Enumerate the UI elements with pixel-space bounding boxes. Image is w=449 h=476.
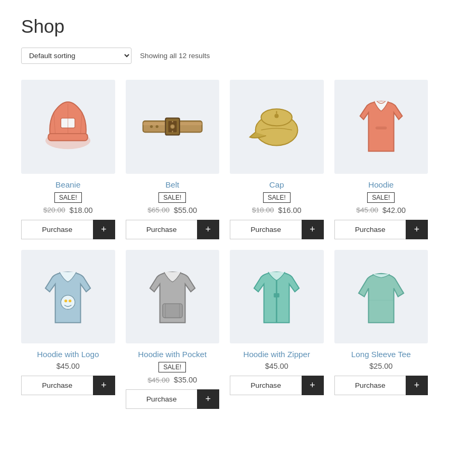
product-card-hoodie: Hoodie SALE! $45.00 $42.00 Purchase + bbox=[334, 80, 428, 239]
price-new: $16.00 bbox=[278, 206, 302, 214]
add-to-cart-button[interactable]: + bbox=[302, 220, 324, 239]
sale-badge: SALE! bbox=[158, 362, 186, 372]
product-image-cap bbox=[230, 80, 324, 174]
toolbar: Default sorting Sort by popularity Sort … bbox=[21, 48, 428, 64]
svg-rect-25 bbox=[274, 293, 279, 297]
results-count: Showing all 12 results bbox=[140, 52, 210, 60]
sale-badge: SALE! bbox=[158, 192, 186, 203]
add-to-cart-button[interactable]: + bbox=[93, 220, 115, 239]
add-to-cart-button[interactable]: + bbox=[197, 389, 219, 409]
purchase-button[interactable]: Purchase bbox=[334, 376, 406, 395]
btn-row: Purchase + bbox=[126, 220, 220, 239]
btn-row: Purchase + bbox=[21, 376, 115, 395]
product-card-hoodie-pocket: Hoodie with Pocket SALE! $45.00 $35.00 P… bbox=[126, 250, 220, 409]
product-image-hoodie-pocket bbox=[126, 250, 220, 344]
purchase-button[interactable]: Purchase bbox=[334, 220, 406, 239]
sort-select[interactable]: Default sorting Sort by popularity Sort … bbox=[21, 48, 132, 64]
svg-rect-19 bbox=[376, 127, 387, 129]
product-name[interactable]: Hoodie with Zipper bbox=[243, 350, 310, 359]
price-old: $45.00 bbox=[147, 376, 170, 384]
add-to-cart-button[interactable]: + bbox=[197, 220, 219, 239]
svg-point-14 bbox=[155, 125, 158, 128]
product-card-longsleeve: Long Sleeve Tee $25.00 Purchase + bbox=[334, 250, 428, 409]
svg-point-17 bbox=[275, 114, 279, 118]
product-image-hoodie bbox=[334, 80, 428, 174]
product-name[interactable]: Hoodie bbox=[368, 180, 394, 189]
svg-point-10 bbox=[170, 125, 174, 129]
price-old: $65.00 bbox=[147, 206, 170, 214]
price-old: $20.00 bbox=[43, 206, 66, 214]
svg-point-20 bbox=[61, 295, 75, 310]
add-to-cart-button[interactable]: + bbox=[93, 376, 115, 395]
add-to-cart-button[interactable]: + bbox=[302, 376, 324, 395]
product-image-belt bbox=[126, 80, 220, 174]
product-image-hoodie-zipper bbox=[230, 250, 324, 344]
purchase-button[interactable]: Purchase bbox=[21, 220, 93, 239]
btn-row: Purchase + bbox=[334, 376, 428, 395]
btn-row: Purchase + bbox=[126, 389, 220, 409]
product-card-hoodie-logo: Hoodie with Logo $45.00 Purchase + bbox=[21, 250, 115, 409]
price-new: $18.00 bbox=[70, 206, 93, 214]
price-new: $42.00 bbox=[382, 206, 406, 214]
svg-point-22 bbox=[69, 300, 71, 302]
products-grid: Beanie SALE! $20.00 $18.00 Purchase + Be bbox=[21, 80, 428, 409]
price-single: $45.00 bbox=[57, 362, 80, 370]
product-name[interactable]: Beanie bbox=[55, 180, 80, 189]
product-card-belt: Belt SALE! $65.00 $55.00 Purchase + bbox=[126, 80, 220, 239]
sale-badge: SALE! bbox=[54, 192, 82, 203]
purchase-button[interactable]: Purchase bbox=[126, 220, 198, 239]
product-card-beanie: Beanie SALE! $20.00 $18.00 Purchase + bbox=[21, 80, 115, 239]
product-name[interactable]: Hoodie with Logo bbox=[37, 350, 99, 359]
product-name[interactable]: Cap bbox=[269, 180, 284, 189]
price-old: $45.00 bbox=[356, 206, 378, 214]
btn-row: Purchase + bbox=[230, 220, 324, 239]
sale-badge: SALE! bbox=[263, 192, 291, 203]
purchase-button[interactable]: Purchase bbox=[230, 220, 302, 239]
page-title: Shop bbox=[21, 16, 428, 37]
price-single: $25.00 bbox=[369, 362, 392, 370]
svg-rect-1 bbox=[48, 134, 88, 141]
svg-point-13 bbox=[150, 125, 153, 128]
btn-row: Purchase + bbox=[334, 220, 428, 239]
product-name[interactable]: Long Sleeve Tee bbox=[351, 350, 411, 359]
purchase-button[interactable]: Purchase bbox=[126, 389, 198, 409]
sale-badge: SALE! bbox=[367, 192, 395, 203]
price-wrap: $18.00 $16.00 bbox=[252, 206, 302, 214]
price-wrap: $45.00 $35.00 bbox=[147, 376, 197, 384]
price-new: $35.00 bbox=[174, 376, 197, 384]
price-wrap: $45.00 $42.00 bbox=[356, 206, 406, 214]
product-card-hoodie-zipper: Hoodie with Zipper $45.00 Purchase + bbox=[230, 250, 324, 409]
purchase-button[interactable]: Purchase bbox=[21, 376, 93, 395]
price-single: $45.00 bbox=[265, 362, 288, 370]
price-old: $18.00 bbox=[252, 206, 274, 214]
product-card-cap: Cap SALE! $18.00 $16.00 Purchase + bbox=[230, 80, 324, 239]
price-wrap: $20.00 $18.00 bbox=[43, 206, 93, 214]
price-wrap: $65.00 $55.00 bbox=[147, 206, 197, 214]
product-name[interactable]: Hoodie with Pocket bbox=[138, 350, 207, 359]
add-to-cart-button[interactable]: + bbox=[406, 376, 428, 395]
add-to-cart-button[interactable]: + bbox=[406, 220, 428, 239]
btn-row: Purchase + bbox=[230, 376, 324, 395]
btn-row: Purchase + bbox=[21, 220, 115, 239]
price-new: $55.00 bbox=[174, 206, 197, 214]
svg-point-21 bbox=[64, 300, 67, 302]
product-image-longsleeve bbox=[334, 250, 428, 344]
product-image-beanie bbox=[21, 80, 115, 174]
purchase-button[interactable]: Purchase bbox=[230, 376, 302, 395]
product-image-hoodie-logo bbox=[21, 250, 115, 344]
product-name[interactable]: Belt bbox=[165, 180, 179, 189]
